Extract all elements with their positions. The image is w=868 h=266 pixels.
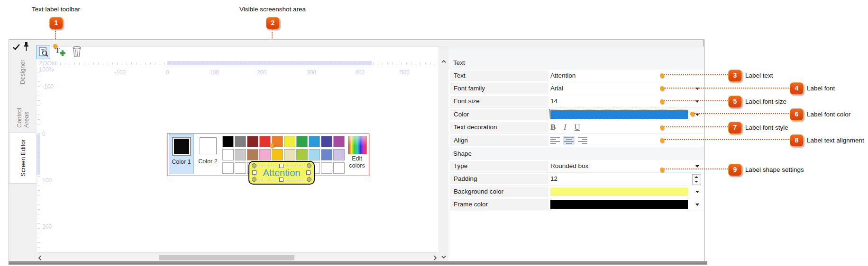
palette-swatch[interactable] [235,149,246,160]
palette-swatch[interactable] [309,136,320,147]
align-right-button[interactable] [577,136,588,145]
horizontal-scrollbar[interactable] [36,254,439,261]
palette-swatch[interactable] [259,136,271,147]
scroll-up-icon[interactable] [441,60,446,63]
property-row-padding: Padding 12 [448,173,704,186]
background-color-swatch-bar[interactable] [550,187,688,196]
delete-text-label-button[interactable] [72,45,82,58]
padding-input[interactable]: 12 [550,173,557,185]
scroll-down-icon[interactable] [441,255,446,259]
selection-handle[interactable] [252,170,256,175]
property-row-font-size: Font size 14 [448,95,704,108]
spin-down-icon[interactable] [694,181,698,183]
sidebar-tab-control-areas[interactable]: Control Areas [9,92,36,128]
callout-label-4: Label font [807,85,835,92]
palette-swatch[interactable] [272,149,283,160]
annotated-screenshot: Text label toolbar Visible screenshot ar… [0,0,868,266]
callout-label-9: Label shape settings [745,166,804,173]
selection-handle[interactable] [279,177,283,182]
section-header-shape: Shape [448,147,704,160]
font-size-select[interactable]: 14 [550,95,557,107]
palette-swatch[interactable] [222,162,234,174]
chevron-down-icon[interactable] [695,191,699,193]
bold-button[interactable]: B [550,123,556,132]
preview-text-labels-button[interactable]: T [36,45,50,59]
color2-cell[interactable]: Color 2 [195,134,220,174]
scroll-left-icon[interactable] [38,256,42,260]
text-value-field[interactable]: Attention [550,70,576,82]
window-bottom-shadow [9,261,707,265]
color2-swatch[interactable] [200,137,217,154]
palette-swatch[interactable] [222,136,234,147]
palette-swatch[interactable] [222,149,234,160]
palette-swatch[interactable] [235,136,246,147]
selection-handle[interactable] [279,164,283,168]
font-color-swatch-bar[interactable] [550,110,688,119]
leader-line-5 [664,100,728,101]
palette-swatch[interactable] [333,162,345,174]
attention-text-label[interactable]: Attention [248,161,315,185]
palette-swatch[interactable] [333,149,345,160]
selection-handle[interactable] [306,170,311,175]
callout-badge-9: 9 [728,164,742,176]
underline-button[interactable]: U [575,123,580,132]
spin-up-icon[interactable] [694,176,698,178]
palette-swatch[interactable] [247,136,258,147]
callout-label-5: Label font size [745,98,786,105]
pin-icon[interactable] [23,42,29,52]
edit-colors-label: Edit colors [344,155,370,169]
leader-dot-8 [660,138,664,142]
palette-swatch[interactable] [284,149,295,160]
leader-dot-6 [690,112,694,116]
sidebar-tab-screen-editor[interactable]: Screen Editor [9,132,37,184]
palette-swatch[interactable] [284,136,295,147]
palette-swatch[interactable] [309,149,320,160]
selection-handle[interactable] [252,177,256,182]
leader-line-4 [664,88,789,89]
property-row-text: Text Attention [448,70,704,82]
leader-dot-2 [270,143,274,148]
check-icon[interactable] [12,44,20,51]
ruler-label: 0 [158,69,177,76]
hscroll-thumb[interactable] [159,255,294,260]
palette-swatch[interactable] [235,162,246,174]
dock-strip [36,40,704,46]
palette-swatch[interactable] [333,136,345,147]
shape-type-select[interactable]: Rounded box [550,160,588,172]
palette-swatch[interactable] [247,149,258,160]
palette-swatch[interactable] [296,136,308,147]
sidebar-tab-designer[interactable]: Designer [9,61,36,83]
frame-color-swatch-bar[interactable] [550,200,688,209]
color2-label: Color 2 [195,158,220,165]
palette-swatch[interactable] [296,149,308,160]
font-family-select[interactable]: Arial [550,82,563,95]
palette-swatch[interactable] [259,149,271,160]
chevron-down-icon[interactable] [695,204,699,206]
property-row-align: Align [448,134,704,147]
chevron-down-icon[interactable] [695,165,699,168]
selection-handle[interactable] [307,177,311,182]
edit-colors-swatch[interactable] [348,136,367,154]
align-center-button[interactable] [563,136,575,145]
properties-panel: Text Text Attention Font family Arial Fo… [448,46,704,262]
color1-swatch[interactable] [172,137,191,156]
color1-cell[interactable]: Color 1 [169,134,194,174]
palette-swatch[interactable] [321,162,332,174]
palette-swatch[interactable] [321,149,332,160]
callout-badge-6: 6 [790,108,804,121]
palette-swatch[interactable] [321,136,332,147]
padding-spinner[interactable] [692,174,701,185]
ruler-label: -100 [42,83,58,90]
align-left-button[interactable] [549,136,561,145]
callout-label-3: Label text [745,72,773,79]
selection-handle[interactable] [307,163,311,168]
selection-handle[interactable] [252,163,256,168]
property-row-type: Type Rounded box [448,160,704,173]
ruler-label: 100 [205,69,224,76]
scroll-right-icon[interactable] [433,256,437,260]
screen-editor-canvas[interactable]: ZOOM:100% -100 0 100 200 300 400 500 -10… [36,46,439,253]
ruler-label: 200 [42,223,58,230]
vertical-scrollbar[interactable] [439,57,448,261]
italic-button[interactable]: I [564,123,566,132]
ruler-label: 100 [42,177,58,184]
